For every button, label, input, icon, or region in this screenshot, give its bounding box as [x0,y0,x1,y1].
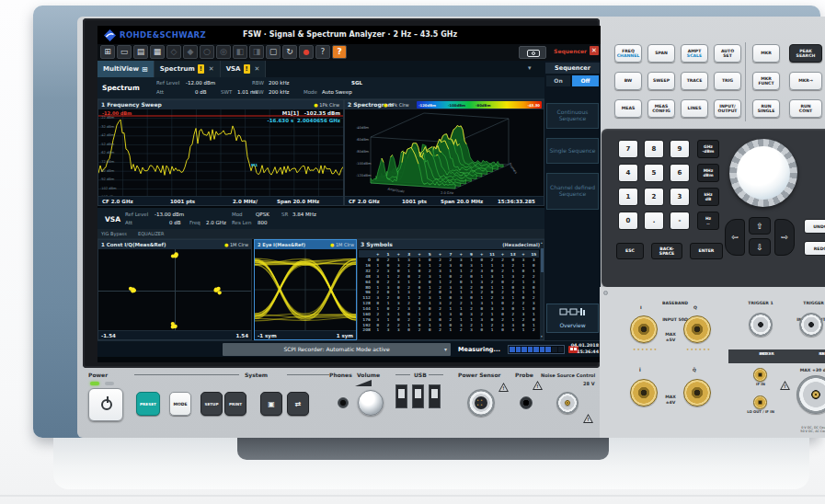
tab-overflow-icon[interactable]: ▾ [528,64,532,72]
digit-key-2[interactable]: 2 [644,188,664,206]
key-run-cont[interactable]: RUNCONT [789,99,822,118]
key-trace[interactable]: TRACE [681,72,708,90]
rotary-knob[interactable] [729,139,797,207]
enter-key[interactable]: ENTER [690,243,723,259]
symbols-window[interactable]: 3 Symbols (Hexadecimal) +1+3+5+7+9+11+13… [357,239,544,340]
digit-key-7[interactable]: 7 [618,140,638,158]
volume-knob[interactable] [358,390,384,416]
key-run-single[interactable]: RUNSINGLE [752,99,780,118]
status-date: 04.01.2018 [570,343,599,349]
softkey-channel-defined-sequence[interactable]: Channel defined Sequence [546,173,599,210]
unit-key-hz[interactable]: Hz.. [697,212,719,230]
key-bw[interactable]: BW [614,72,642,90]
scpi-recorder-status[interactable]: SCPI Recorder: Automatic Mode active ▾ [223,343,451,356]
scpi-record-icon[interactable]: ● [299,45,314,59]
unit-key-khz[interactable]: kHzdB [697,188,719,206]
close-tab-icon[interactable]: ✕ [255,65,260,73]
key-lines[interactable]: LINES [681,99,708,118]
digit-key-8[interactable]: 8 [644,140,664,158]
eye-plot [255,249,356,332]
power-button[interactable] [88,388,123,421]
digit-key-0[interactable]: 0 [618,212,638,230]
key-ampt-scale[interactable]: AMPTSCALE [681,44,708,63]
sequencer-close-button[interactable]: ✕ [590,46,599,55]
key-auto-set[interactable]: AUTOSET [714,44,741,63]
screenshot-button[interactable] [519,46,546,59]
color-map-gradient: -120dBm -100dBm -80dBm -43.30 [417,101,542,109]
marker-flag[interactable]: M1 [251,163,258,167]
key-sweep[interactable]: SWEEP [647,72,675,90]
digit-key-dot[interactable]: . [644,212,664,230]
sequencer-off-toggle[interactable]: Off [572,75,599,86]
undo-key[interactable]: UNDO [804,219,825,234]
key-mkr-[interactable]: MKR→ [789,72,822,90]
trigger2-label: TRIGGER 2 [787,301,825,306]
spectrogram-window[interactable]: 2 Spectrogram ● 1Pk Clrw -120dBm -100dBm… [344,99,544,206]
focus-switch-key[interactable]: ⇄ [287,392,309,416]
scroll-down-icon: ▾ [540,335,544,338]
tab-multiview[interactable]: MultiView ⊞ [97,61,155,77]
waterfall-3d-plot [352,111,536,197]
key-mkr[interactable]: MKR [752,44,780,63]
backspace-key[interactable]: BACK- SPACE [651,243,682,259]
lo-out-connector [753,395,767,409]
keypad-panel: 7894561230.- GHz-dBmMHzdBmkHzdBHz.. ESC … [602,129,825,287]
arrow-down-key[interactable]: ⇩ [749,238,771,256]
digit-key-4[interactable]: 4 [618,164,638,182]
digit-key-6[interactable]: 6 [670,164,690,182]
front-panel: ROHDE&SCHWARZ FSW · Signal & Spectrum An… [77,17,825,438]
key-meas-config[interactable]: MEASCONFIG [647,99,675,118]
multiview-grid-icon: ⊞ [142,65,148,74]
window-switch-key[interactable]: ▣ [260,392,282,416]
arrow-right-key[interactable]: ⇨ [774,219,795,256]
digit-key-5[interactable]: 5 [644,164,664,182]
tab-vsa[interactable]: VSA ! ✕ [221,61,267,77]
footer-item: 2.0 MHz/ [233,199,258,204]
power-label: Power [88,372,108,378]
symbols-row: 1441023302112033010 [359,306,539,312]
digit-key-minus[interactable]: - [670,212,690,230]
save-icon[interactable]: ▤ [133,45,148,59]
digit-key-1[interactable]: 1 [618,188,638,206]
context-help-icon[interactable]: ? [315,45,330,59]
frequency-sweep-window[interactable]: 1 Frequency Sweep ● 1Pk Clrw -12.00 dBm … [97,99,344,206]
frame-icon[interactable]: ▢ [266,45,281,59]
softkey-single-sequence[interactable]: Single Sequence [546,138,599,164]
digit-key-9[interactable]: 9 [670,140,690,158]
key-freq-channel[interactable]: FREQCHANNEL [614,44,642,63]
screen-toolbar: ⊞▭▤▦◇◆○◎◧◨▢↻●?? Sequencer ✕ [97,44,601,61]
key-input-output[interactable]: INPUT/OUTPUT [714,99,741,118]
digit-key-3[interactable]: 3 [670,188,690,206]
key-meas[interactable]: MEAS [614,99,642,118]
power-sensor-label: Power Sensor [458,372,501,378]
arrow-left-key[interactable]: ⇦ [725,219,745,256]
constellation-window[interactable]: 1 Const I/Q(Meas&Ref) ● 1M Clrw -1.54 1.… [97,239,252,340]
overview-button[interactable]: Overview [546,304,599,333]
windows-icon[interactable]: ⊞ [100,45,115,59]
arrow-up-key[interactable]: ⇧ [749,217,771,235]
print-icon[interactable]: ▦ [150,45,165,59]
symbols-table: +1+3+5+7+9+11+13+15002131022310220331610… [359,250,539,339]
system-key-setup[interactable]: SETUP [201,392,223,416]
sequencer-on-toggle[interactable]: On [546,75,570,86]
eye-diagram-window[interactable]: 2 Eye I(Meas&Ref) ● 1M Clrw -1 sym 1 sym [254,239,357,340]
system-key-mode[interactable]: MODE [169,392,191,416]
unit-key-ghz[interactable]: GHz-dBm [697,140,719,158]
redo-key[interactable]: REDO [804,241,825,256]
key-span[interactable]: SPAN [647,44,675,63]
key-mkr-funct[interactable]: MKRFUNCT [752,72,780,90]
key-trig[interactable]: TRIG [714,72,741,90]
symbols-scrollbar[interactable]: ▴ ▾ [540,240,544,339]
esc-key[interactable]: ESC [616,243,644,259]
help-icon[interactable]: ? [332,45,347,59]
system-key-preset[interactable]: PRESET [136,392,160,416]
tab-spectrum[interactable]: Spectrum ! ✕ [155,61,221,77]
sequencer-panel-title: Sequencer [545,63,600,74]
refresh-icon[interactable]: ↻ [282,45,297,59]
close-tab-icon[interactable]: ✕ [209,65,214,73]
softkey-continuous-sequence[interactable]: Continuous Sequence [546,103,599,129]
open-file-icon[interactable]: ▭ [117,45,132,59]
system-key-print[interactable]: PRINT [224,392,246,416]
unit-key-mhz[interactable]: MHzdBm [697,164,719,182]
key-peak-search[interactable]: PEAKSEARCH [789,44,822,63]
